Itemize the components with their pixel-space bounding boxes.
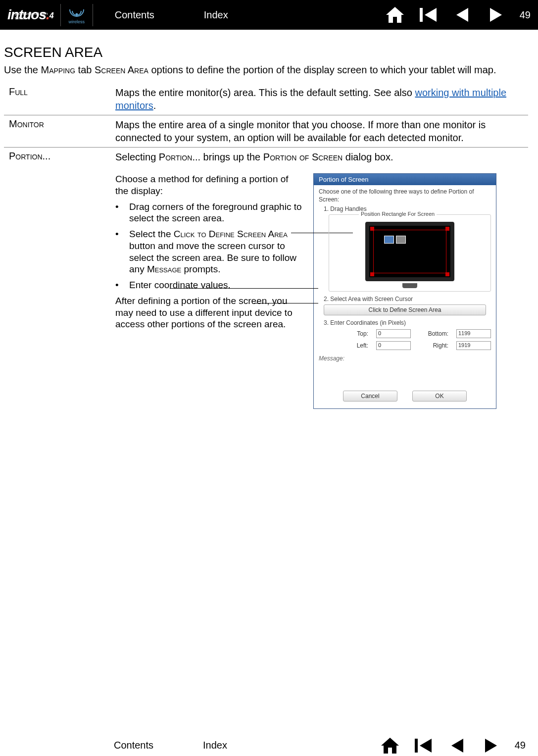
define-screen-area-button[interactable]: Click to Define Screen Area: [324, 304, 486, 315]
first-page-icon[interactable]: [419, 5, 439, 24]
prev-page-icon[interactable]: [452, 5, 472, 24]
drag-handles-area[interactable]: Position Rectangle For Screen: [329, 214, 491, 292]
svg-rect-2: [415, 739, 418, 753]
top-label: Top:: [339, 330, 368, 337]
option-table: Full Maps the entire monitor(s) area. Th…: [4, 83, 528, 412]
top-input[interactable]: 0: [376, 329, 411, 338]
option-label: Portion...: [4, 151, 115, 163]
message-box: [319, 362, 491, 387]
divider: [60, 4, 61, 26]
list-item: •Drag corners of the foreground graphic …: [115, 201, 303, 225]
contents-link[interactable]: Contents: [114, 740, 153, 751]
portion-intro: Choose a method for defining a portion o…: [115, 173, 303, 197]
contents-link[interactable]: Contents: [115, 9, 154, 21]
dialog-title: Portion of Screen: [314, 174, 496, 185]
portion-instructions: Choose a method for defining a portion o…: [4, 173, 303, 409]
right-label: Right:: [419, 342, 448, 349]
option-desc: Maps the entire monitor(s) area. This is…: [115, 86, 528, 112]
option-row-portion: Portion... Selecting Portion... brings u…: [4, 147, 528, 412]
page-number: 49: [520, 9, 531, 21]
message-label: Message:: [319, 355, 491, 362]
portion-of-screen-dialog: Portion of Screen Choose one of the foll…: [313, 173, 496, 409]
index-link[interactable]: Index: [203, 740, 227, 751]
first-page-icon[interactable]: [414, 736, 434, 755]
dialog-section-3: 3. Enter Coordinates (in Pixels): [324, 319, 491, 326]
footer-bar: Contents Index 49: [0, 735, 538, 756]
option-desc: Selecting Portion... brings up the Porti…: [115, 151, 528, 163]
page-number: 49: [515, 740, 526, 751]
option-row-full: Full Maps the entire monitor(s) area. Th…: [4, 83, 528, 115]
footer-nav-icons: 49: [380, 736, 526, 755]
wireless-icon: wireless: [68, 5, 86, 24]
cancel-button[interactable]: Cancel: [343, 391, 397, 402]
dialog-intro: Choose one of the following three ways t…: [319, 188, 491, 203]
bottom-label: Bottom:: [419, 330, 448, 337]
coordinates-grid: Top: 0 Bottom: 1199 Left: 0 Right: 1919: [339, 329, 481, 350]
prev-page-icon[interactable]: [447, 736, 467, 755]
option-label: Monitor: [4, 118, 115, 144]
home-icon[interactable]: [380, 736, 400, 755]
header-bar: intuos.4 professional pen tablet wireles…: [0, 0, 538, 30]
svg-rect-1: [420, 8, 423, 22]
content-area: SCREEN AREA Use the Mapping tab Screen A…: [0, 30, 538, 422]
dialog-container: Portion of Screen Choose one of the foll…: [313, 173, 496, 409]
dialog-section-2: 2. Select Area with Screen Cursor: [324, 296, 491, 302]
wireless-label: wireless: [68, 19, 85, 24]
svg-point-0: [75, 13, 78, 16]
left-input[interactable]: 0: [376, 341, 411, 350]
rect-area-title: Position Rectangle For Screen: [359, 211, 437, 217]
intro-text: Use the Mapping tab Screen Area options …: [4, 63, 528, 76]
divider: [93, 4, 93, 26]
nav-icons: 49: [385, 5, 531, 24]
portion-after: After defining a portion of the screen, …: [115, 295, 303, 330]
right-input[interactable]: 1919: [456, 341, 491, 350]
leader-line: [170, 288, 318, 289]
option-row-monitor: Monitor Maps the entire area of a single…: [4, 115, 528, 147]
leader-line: [254, 303, 318, 303]
index-link[interactable]: Index: [204, 9, 228, 21]
option-desc: Maps the entire area of a single monitor…: [115, 118, 528, 144]
option-label: Full: [4, 86, 115, 112]
home-icon[interactable]: [385, 5, 405, 24]
list-item: •Enter coordinate values.: [115, 279, 303, 291]
next-page-icon[interactable]: [481, 736, 501, 755]
logo-tagline: professional pen tablet: [15, 11, 53, 20]
header-links: Contents Index: [115, 9, 228, 21]
logo-area: intuos.4 professional pen tablet: [7, 7, 53, 23]
next-page-icon[interactable]: [486, 5, 506, 24]
list-item: •Select the Click to Define Screen Area …: [115, 228, 303, 275]
monitor-graphic[interactable]: [365, 222, 454, 281]
bottom-input[interactable]: 1199: [456, 329, 491, 338]
left-label: Left:: [339, 342, 368, 349]
section-title: SCREEN AREA: [4, 45, 528, 60]
footer-links: Contents Index: [114, 740, 227, 751]
ok-button[interactable]: OK: [412, 391, 467, 402]
